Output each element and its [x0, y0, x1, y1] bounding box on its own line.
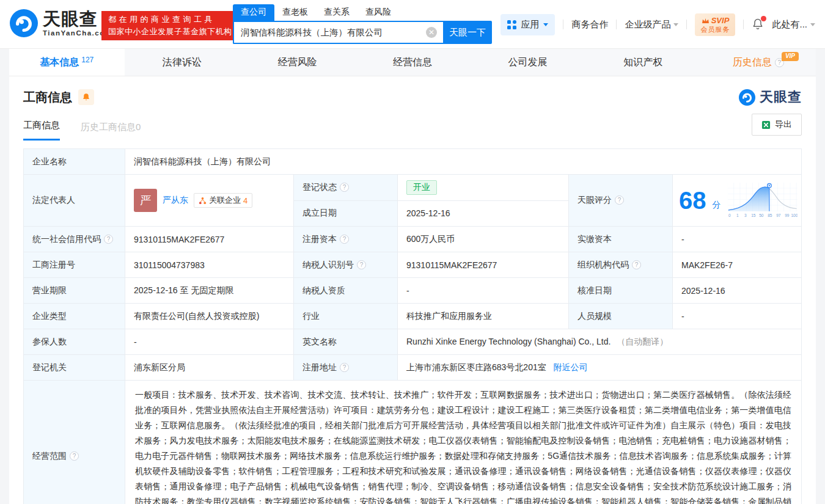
tianyan-score[interactable]: 68 分 — [673, 175, 801, 226]
svip-member-button[interactable]: SVIP 会员服务 — [695, 13, 735, 36]
caret-down-icon — [543, 23, 548, 26]
company-name-value: 润智信科能源科技（上海）有限公司 — [125, 149, 802, 175]
divider — [743, 20, 744, 29]
legal-rep-avatar[interactable]: 严 — [134, 189, 157, 212]
notification-dot — [761, 16, 766, 21]
question-icon[interactable]: ? — [615, 195, 624, 205]
svip-sublabel: 会员服务 — [700, 26, 730, 34]
subtab-business-registration[interactable]: 工商信息 — [23, 120, 60, 141]
business-coop-link[interactable]: 商务合作 — [571, 19, 608, 31]
field-label: 天眼评分? — [569, 175, 673, 227]
english-name-value: Runzhi Xinke Energy Technology (Shanghai… — [406, 337, 610, 346]
enterprise-product-menu[interactable]: 企业级产品 — [625, 19, 678, 31]
monitor-bell-button[interactable] — [78, 89, 94, 105]
search-area: 查公司 查老板 查关系 查风险 ✕ 天眼一下 — [233, 4, 492, 44]
table-row: 工商注册号 310115004737983 纳税人识别号? 91310115MA… — [24, 252, 802, 278]
tab-label: 基本信息 — [40, 56, 79, 69]
tab-label: 经营风险 — [277, 56, 317, 69]
slogan-badge: 都在用的商业查询工具 国家中小企业发展子基金旗下机构 — [101, 11, 239, 40]
reg-status-cell: 开业 — [398, 175, 569, 201]
question-icon[interactable]: ? — [357, 260, 366, 269]
divider — [616, 20, 617, 29]
tab-intellectual-property[interactable]: 知识产权 — [585, 49, 701, 76]
field-label-text: 组织机构代码 — [578, 260, 629, 269]
tianyancha-logo[interactable]: 天眼查 TianYanCha.com — [10, 9, 112, 37]
question-icon[interactable]: ? — [340, 235, 349, 244]
user-menu[interactable]: 此处有... — [772, 19, 815, 31]
question-icon[interactable]: ? — [632, 260, 641, 269]
related-count: 4 — [243, 196, 248, 205]
field-label: 实缴资本 — [569, 227, 673, 252]
user-menu-label: 此处有... — [772, 19, 807, 31]
tab-history-info[interactable]: 历史信息 ? VIP — [700, 49, 816, 76]
field-label: 登记机关 — [24, 355, 125, 381]
auto-translate-note: （自动翻译） — [617, 337, 668, 346]
bell-icon — [82, 93, 90, 101]
search-tab-company[interactable]: 查公司 — [233, 4, 274, 21]
search-button[interactable]: 天眼一下 — [443, 21, 492, 44]
notifications-button[interactable] — [752, 18, 764, 32]
tab-legal-proceedings[interactable]: 法律诉讼 — [125, 49, 240, 76]
export-button[interactable]: 导出 — [752, 114, 802, 136]
tab-label: 法律诉讼 — [163, 56, 202, 69]
field-label: 英文名称 — [294, 329, 398, 355]
field-label-text: 注册地址 — [302, 362, 337, 372]
tab-label: 知识产权 — [623, 56, 662, 69]
establish-date-value: 2025-12-16 — [398, 200, 569, 227]
reg-address-value: 上海市浦东新区枣庄路683号北201室 — [406, 362, 546, 372]
field-label: 经营范围? — [24, 381, 125, 504]
crown-icon — [702, 18, 710, 24]
watermark-logo: 天眼查 — [739, 88, 802, 106]
table-row: 统一社会信用代码? 91310115MAK2FE2677 注册资本? 600万人… — [24, 227, 802, 252]
field-label-text: 天眼评分 — [578, 195, 612, 205]
industry-value: 科技推广和应用服务业 — [398, 304, 569, 329]
search-clear-icon[interactable]: ✕ — [426, 27, 437, 38]
tab-business-risk[interactable]: 经营风险 — [240, 49, 355, 76]
tab-business-info[interactable]: 经营信息 — [355, 49, 471, 76]
approval-date-value: 2025-12-16 — [673, 278, 802, 304]
nearby-companies-link[interactable]: 附近公司 — [554, 362, 588, 372]
field-label: 营业期限 — [24, 278, 125, 304]
question-icon[interactable]: ? — [340, 363, 349, 372]
svg-text:3: 3 — [744, 213, 746, 217]
export-label: 导出 — [775, 119, 792, 130]
search-tab-risk[interactable]: 查风险 — [358, 4, 399, 21]
english-name-cell: Runzhi Xinke Energy Technology (Shanghai… — [398, 329, 802, 355]
slogan-line1: 都在用的商业查询工具 — [108, 13, 232, 26]
field-label: 注册资本? — [294, 227, 398, 252]
table-row: 经营范围? 一般项目：技术服务、技术开发、技术咨询、技术交流、技术转让、技术推广… — [24, 381, 802, 504]
svg-text:15: 15 — [751, 213, 756, 217]
tianyancha-logo-icon — [739, 89, 755, 106]
tab-basic-info[interactable]: 基本信息 127 — [9, 49, 125, 76]
header-right-menu: 应用 商务合作 企业级产品 SVIP 会员服务 — [501, 13, 815, 36]
slogan-line2: 国家中小企业发展子基金旗下机构 — [108, 26, 232, 38]
search-tabs: 查公司 查老板 查关系 查风险 — [233, 4, 492, 21]
search-tab-boss[interactable]: 查老板 — [274, 4, 316, 21]
field-label: 企业名称 — [24, 149, 125, 175]
subtab-history-registration[interactable]: 历史工商信息0 — [81, 122, 141, 141]
question-icon[interactable]: ? — [70, 451, 79, 461]
field-label: 纳税人资质 — [294, 278, 398, 304]
taxpayer-quality-value: - — [398, 278, 569, 304]
legal-rep-link[interactable]: 严从东 — [163, 195, 188, 206]
company-type-value: 有限责任公司(自然人投资或控股) — [125, 304, 294, 329]
status-badge: 开业 — [406, 180, 437, 195]
question-icon[interactable]: ? — [104, 235, 113, 244]
search-tab-relation[interactable]: 查关系 — [316, 4, 358, 21]
search-input[interactable] — [233, 21, 443, 44]
divider — [563, 20, 563, 29]
field-label: 人员规模 — [569, 304, 673, 329]
legal-rep-cell: 严 严从东 关联企业 4 — [125, 175, 294, 227]
reg-address-cell: 上海市浦东新区枣庄路683号北201室 附近公司 — [398, 355, 802, 381]
field-label: 核准日期 — [569, 278, 673, 304]
tab-count: 127 — [81, 56, 94, 64]
caret-down-icon — [810, 23, 815, 26]
table-row: 企业名称 润智信科能源科技（上海）有限公司 — [24, 149, 802, 175]
question-icon[interactable]: ? — [340, 183, 349, 192]
tab-company-development[interactable]: 公司发展 — [470, 49, 585, 76]
related-companies-badge[interactable]: 关联企业 4 — [194, 193, 252, 208]
insured-count-value: - — [125, 329, 294, 355]
taxpayer-id-value: 91310115MAK2FE2677 — [398, 252, 569, 278]
top-header: 天眼查 TianYanCha.com 都在用的商业查询工具 国家中小企业发展子基… — [0, 0, 825, 49]
apps-menu[interactable]: 应用 — [501, 14, 555, 35]
